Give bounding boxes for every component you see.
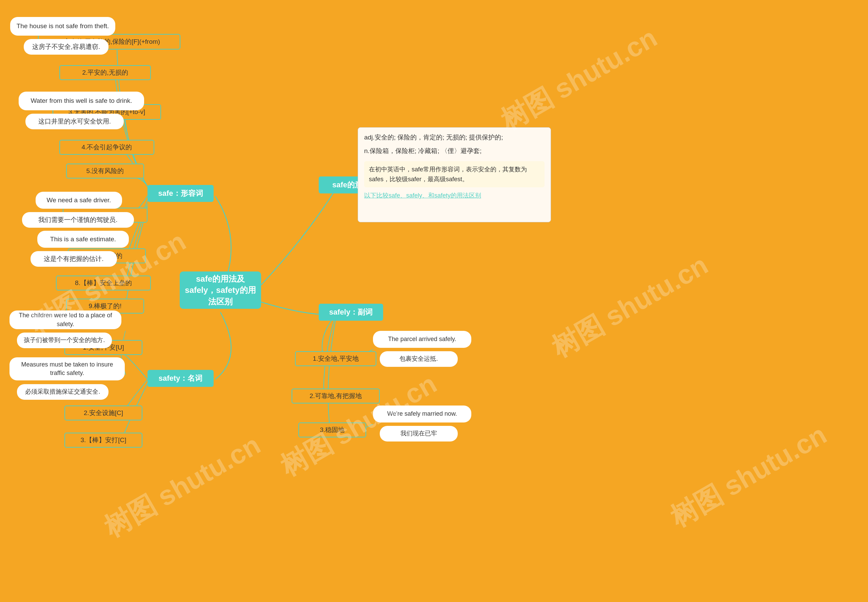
safe-adj-item-2: 2.平安的,无损的 xyxy=(59,65,151,80)
safety-example-2-en: Measures must be taken to insure traffic… xyxy=(9,357,125,381)
safely-item-2: 2.可靠地,有把握地 xyxy=(292,389,380,404)
example-driver-zh: 我们需要一个谨慎的驾驶员. xyxy=(22,212,134,228)
safety-example-2-zh: 必须采取措施保证交通安全. xyxy=(17,384,109,400)
safe-n-text: n.保险箱，保险柜; 冷藏箱; 〈俚〉避孕套; xyxy=(364,146,545,156)
example-well-zh: 这口井里的水可安全饮用. xyxy=(25,114,124,129)
safe-note-text: 在初中英语中，safe常用作形容词，表示安全的，其复数为safes，比较级saf… xyxy=(369,164,540,184)
safe-adjective-section: safe：形容词 xyxy=(147,185,214,202)
safety-noun-section: safety：名词 xyxy=(147,370,214,387)
safely-item-1: 1.安全地,平安地 xyxy=(295,351,377,366)
safe-adj-item-8: 8.【棒】安全上垒的 xyxy=(56,276,151,290)
safety-example-1-zh: 孩子们被带到一个安全的地方. xyxy=(17,333,112,348)
safety-noun-label: safety：名词 xyxy=(159,373,203,384)
safe-adj-text: adj.安全的; 保险的，肯定的; 无损的; 提供保护的; xyxy=(364,132,545,143)
example-driver-en: We need a safe driver. xyxy=(35,192,122,209)
safe-adj-label: safe：形容词 xyxy=(158,188,203,199)
safely-adv-section: safely：副词 xyxy=(319,304,383,321)
center-label: safe的用法及safely，safety的用法区别 xyxy=(184,273,256,307)
safe-adj-item-5: 5.没有风险的 xyxy=(66,164,144,178)
example-theft-en: The house is not safe from theft. xyxy=(10,17,115,35)
example-estimate-en: This is a safe estimate. xyxy=(37,231,129,248)
center-node: safe的用法及safely，safety的用法区别 xyxy=(180,272,261,309)
example-theft-zh: 这房子不安全,容易遭窃. xyxy=(24,39,109,55)
safe-compare-text: 以下比较safe、safely、和safety的用法区别 xyxy=(364,191,545,201)
watermark-6: 树图 shutu.cn xyxy=(664,417,833,536)
example-well-en: Water from this well is safe to drink. xyxy=(18,92,144,110)
safely-example-1-en: The parcel arrived safely. xyxy=(373,331,471,348)
example-estimate-zh: 这是个有把握的估计. xyxy=(31,251,117,267)
safe-adj-item-4: 4.不会引起争议的 xyxy=(59,140,154,155)
watermark-4: 树图 shutu.cn xyxy=(494,20,664,139)
safe-meaning-info: adj.安全的; 保险的，肯定的; 无损的; 提供保护的; n.保险箱，保险柜;… xyxy=(358,127,551,222)
safety-example-1-en: The children were led to a place of safe… xyxy=(9,310,121,329)
safely-adv-label: safely：副词 xyxy=(329,307,373,318)
safety-item-2: 2.安全设施[C] xyxy=(64,405,142,421)
safety-item-3: 3.【棒】安打[C] xyxy=(64,433,142,448)
watermark-5: 树图 shutu.cn xyxy=(545,247,715,366)
safely-example-1-zh: 包裹安全运抵. xyxy=(380,351,458,367)
safely-item-3: 3.稳固地 xyxy=(299,422,366,438)
safely-example-2-en: We're safely married now. xyxy=(373,405,471,422)
safely-example-2-zh: 我们现在已牢 xyxy=(380,426,458,441)
